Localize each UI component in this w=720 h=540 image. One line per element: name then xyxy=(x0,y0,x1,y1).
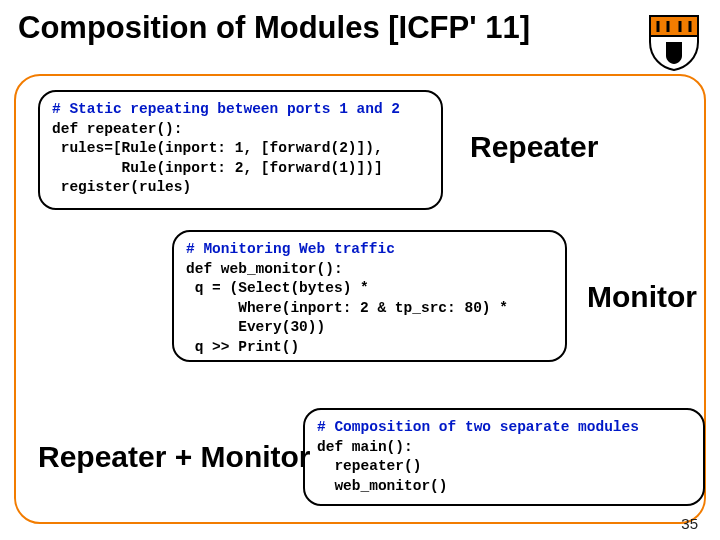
code-line: register(rules) xyxy=(52,179,191,195)
code-line: Every(30)) xyxy=(186,319,325,335)
code-line: # Static repeating between ports 1 and 2 xyxy=(52,101,400,117)
code-line: Where(inport: 2 & tp_src: 80) * xyxy=(186,300,508,316)
code-line: # Composition of two separate modules xyxy=(317,419,639,435)
label-monitor: Monitor xyxy=(587,280,697,314)
code-line: repeater() xyxy=(317,458,421,474)
page-title: Composition of Modules [ICFP' 11] xyxy=(18,10,530,46)
code-box-monitor: # Monitoring Web traffic def web_monitor… xyxy=(172,230,567,362)
label-repeater-plus-monitor: Repeater + Monitor xyxy=(38,440,311,474)
princeton-shield-icon xyxy=(646,12,702,72)
page-number: 35 xyxy=(681,515,698,532)
code-line: def repeater(): xyxy=(52,121,183,137)
code-box-repeater: # Static repeating between ports 1 and 2… xyxy=(38,90,443,210)
code-line: Rule(inport: 2, [forward(1)])] xyxy=(52,160,383,176)
code-line: q >> Print() xyxy=(186,339,299,355)
code-line: # Monitoring Web traffic xyxy=(186,241,395,257)
code-box-composition: # Composition of two separate modules de… xyxy=(303,408,705,506)
slide: Composition of Modules [ICFP' 11] # Stat… xyxy=(0,0,720,540)
code-line: def main(): xyxy=(317,439,413,455)
code-line: web_monitor() xyxy=(317,478,448,494)
code-line: rules=[Rule(inport: 1, [forward(2)]), xyxy=(52,140,383,156)
code-line: q = (Select(bytes) * xyxy=(186,280,369,296)
label-repeater: Repeater xyxy=(470,130,598,164)
code-line: def web_monitor(): xyxy=(186,261,343,277)
